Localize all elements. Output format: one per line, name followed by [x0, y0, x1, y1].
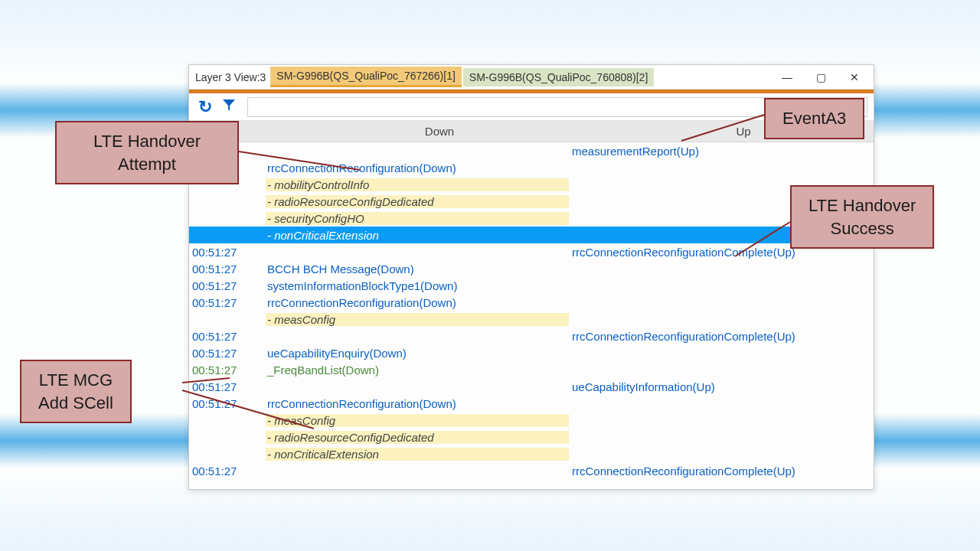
table-row[interactable]: 00:51:27ueCapabilityEnquiry(Down): [189, 344, 874, 361]
callout-text: Attempt: [118, 155, 176, 174]
close-button[interactable]: ✕: [838, 67, 871, 88]
cell-time: 00:51:27: [189, 397, 266, 410]
cell-down: - securityConfigHO: [266, 212, 569, 225]
table-row[interactable]: - measConfig: [189, 311, 874, 328]
cell-time: 00:51:27: [189, 330, 266, 343]
cell-time: 00:51:27: [189, 364, 266, 377]
callout-eventa3: EventA3: [764, 98, 864, 139]
cell-down: BCCH BCH Message(Down): [266, 262, 569, 276]
cell-time: 00:51:27: [189, 279, 266, 292]
cell-time: 00:51:27: [189, 380, 266, 393]
table-row[interactable]: 00:51:27rrcConnectionReconfiguration(Dow…: [189, 294, 874, 311]
table-row[interactable]: 00:51:27rrcConnectionReconfigurationComp…: [189, 328, 874, 344]
message-list: measurementReport(Up)rrcConnectionReconf…: [189, 142, 874, 479]
table-row[interactable]: - nonCriticalExtension: [189, 227, 874, 243]
cell-down: - radioResourceConfigDedicated: [266, 431, 569, 444]
window-controls: — ▢ ✕: [771, 67, 871, 88]
cell-down: rrcConnectionReconfiguration(Down): [266, 296, 569, 309]
titlebar: Layer 3 View:3 SM-G996B(QS_QualiPoc_7672…: [189, 65, 874, 90]
filter-icon[interactable]: [218, 97, 240, 117]
tab-device-1[interactable]: SM-G996B(QS_QualiPoc_767266)[1]: [270, 67, 461, 87]
table-row[interactable]: 00:51:27rrcConnectionReconfigurationComp…: [189, 462, 874, 479]
cell-down: _FreqBandList(Down): [266, 364, 569, 377]
callout-text: EventA3: [782, 109, 846, 128]
tab-device-2[interactable]: SM-G996B(QS_QualiPoc_760808)[2]: [463, 68, 654, 86]
callout-text: Success: [831, 219, 894, 238]
table-row[interactable]: - mobilityControlInfo: [189, 176, 874, 193]
table-row[interactable]: rrcConnectionReconfiguration(Down): [189, 159, 874, 176]
cell-up: rrcConnectionReconfigurationComplete(Up): [569, 465, 874, 478]
cell-down: - mobilityControlInfo: [266, 178, 569, 191]
callout-handover-attempt: LTE Handover Attempt: [55, 121, 239, 184]
table-row[interactable]: - securityConfigHO: [189, 210, 874, 227]
cell-time: 00:51:27: [189, 296, 266, 309]
table-row[interactable]: 00:51:27rrcConnectionReconfigurationComp…: [189, 243, 874, 260]
cell-up: ueCapabilityInformation(Up): [569, 380, 874, 393]
callout-text: LTE Handover: [93, 132, 201, 151]
cell-down: rrcConnectionReconfiguration(Down): [266, 397, 569, 410]
callout-handover-success: LTE Handover Success: [790, 185, 934, 249]
cell-down: - measConfig: [266, 313, 569, 326]
callout-text: LTE Handover: [808, 196, 916, 215]
cell-down: systemInformationBlockType1(Down): [266, 279, 569, 292]
table-row[interactable]: 00:51:27systemInformationBlockType1(Down…: [189, 277, 874, 294]
cell-time: 00:51:27: [189, 465, 266, 478]
column-header-down[interactable]: Down: [266, 125, 613, 138]
cell-up: measurementReport(Up): [569, 145, 874, 158]
callout-text: LTE MCG: [39, 370, 113, 390]
cell-down: - radioResourceConfigDedicated: [266, 195, 569, 208]
cell-down: - nonCriticalExtension: [266, 448, 569, 461]
table-row[interactable]: - measConfig: [189, 412, 874, 429]
table-row[interactable]: 00:51:27rrcConnectionReconfiguration(Dow…: [189, 395, 874, 412]
minimize-button[interactable]: —: [771, 67, 803, 88]
cell-time: 00:51:27: [189, 347, 266, 360]
table-row[interactable]: - radioResourceConfigDedicated: [189, 193, 874, 210]
table-row[interactable]: - radioResourceConfigDedicated: [189, 429, 874, 445]
cell-down: - measConfig: [266, 414, 569, 427]
cell-down: - nonCriticalExtension: [266, 229, 569, 242]
cell-down: ueCapabilityEnquiry(Down): [266, 347, 569, 360]
refresh-icon[interactable]: ↻: [195, 97, 215, 117]
callout-mcg-scell: LTE MCG Add SCell: [20, 360, 132, 423]
callout-text: Add SCell: [38, 393, 113, 412]
table-row[interactable]: 00:51:27BCCH BCH Message(Down): [189, 260, 874, 277]
cell-up: rrcConnectionReconfigurationComplete(Up): [569, 330, 874, 343]
table-row[interactable]: 00:51:27ueCapabilityInformation(Up): [189, 378, 874, 395]
table-row[interactable]: - nonCriticalExtension: [189, 445, 874, 462]
maximize-button[interactable]: ▢: [805, 67, 837, 88]
cell-time: 00:51:27: [189, 246, 266, 259]
table-row[interactable]: measurementReport(Up): [189, 142, 874, 159]
window-title: Layer 3 View:3: [192, 71, 269, 83]
cell-time: 00:51:27: [189, 262, 266, 276]
table-row[interactable]: 00:51:27_FreqBandList(Down): [189, 361, 874, 378]
cell-down: rrcConnectionReconfiguration(Down): [266, 161, 569, 174]
